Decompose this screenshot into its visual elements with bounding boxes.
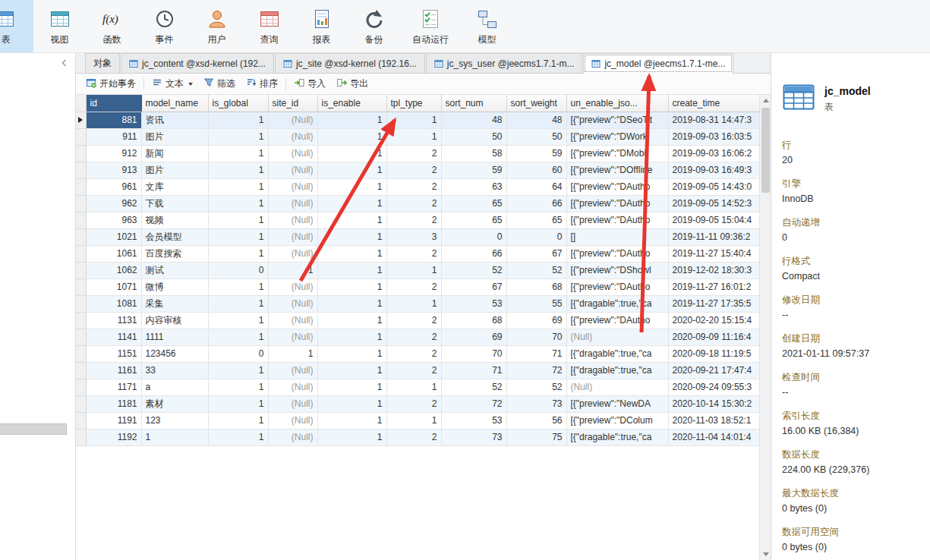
ribbon-button-backup[interactable]: 备份 (348, 0, 400, 52)
grid-cell[interactable]: 1081 (86, 295, 141, 312)
grid-cell[interactable]: 69 (441, 329, 506, 345)
grid-cell[interactable]: 73 (506, 395, 566, 412)
grid-cell[interactable]: (Null) (268, 178, 317, 195)
grid-cell[interactable]: 55 (506, 295, 566, 312)
ribbon-button-events[interactable]: 事件 (138, 0, 191, 52)
grid-cell[interactable]: 64 (506, 178, 566, 195)
table-row[interactable]: 963视频1(Null)126565[{"preview":"DAutho201… (76, 212, 759, 228)
row-selector[interactable] (76, 145, 86, 162)
grid-cell[interactable]: 72 (506, 362, 566, 379)
table-row[interactable]: 1081采集1(Null)115355[{"dragable":true,"ca… (76, 295, 759, 312)
table-row[interactable]: 962下载1(Null)126566[{"preview":"DAutho201… (76, 195, 759, 212)
grid-cell[interactable]: 63 (441, 178, 506, 195)
grid-cell[interactable]: 2019-12-02 18:30:3 (668, 262, 759, 278)
grid-cell[interactable]: 70 (441, 345, 506, 362)
import-button[interactable]: 导入 (288, 75, 331, 93)
row-selector[interactable] (76, 262, 86, 278)
grid-cell[interactable]: 1161 (86, 362, 141, 379)
grid-cell[interactable]: 1 (208, 228, 268, 245)
left-pane-scrollbar[interactable] (0, 423, 67, 435)
grid-cell[interactable]: 内容审核 (141, 312, 208, 329)
grid-cell[interactable]: 0 (208, 345, 268, 362)
grid-cell[interactable]: (Null) (268, 362, 317, 379)
grid-cell[interactable]: 1 (268, 262, 317, 278)
grid-cell[interactable]: 1 (317, 112, 386, 128)
table-row[interactable]: 1021会员模型1(Null)1300[]2019-11-11 09:36:2 (76, 228, 759, 245)
grid-cell[interactable]: 1 (317, 162, 386, 178)
grid-cell[interactable]: 2 (386, 345, 441, 362)
grid-corner-cell[interactable] (76, 95, 86, 112)
row-selector[interactable] (76, 195, 86, 212)
tab-objects[interactable]: 对象 (85, 53, 120, 73)
grid-cell[interactable]: (Null) (566, 379, 668, 395)
grid-cell[interactable]: 2020-09-24 09:55:3 (668, 379, 759, 395)
scroll-up-button[interactable] (760, 95, 771, 106)
text-mode-button[interactable]: 文本 (147, 75, 198, 93)
grid-cell[interactable]: 1 (208, 195, 268, 212)
table-row[interactable]: 1181素材1(Null)127273[{"preview":"NewDA202… (76, 395, 759, 412)
grid-cell[interactable]: 2019-11-27 15:40:4 (668, 245, 759, 262)
row-selector[interactable] (76, 412, 86, 429)
grid-cell[interactable]: 1 (141, 429, 208, 445)
grid-cell[interactable]: 66 (506, 195, 566, 212)
grid-cell[interactable]: 881 (86, 112, 141, 128)
grid-cell[interactable]: 1 (317, 345, 386, 362)
grid-cell[interactable]: 56 (506, 412, 566, 429)
grid-cell[interactable]: 2 (386, 162, 441, 178)
grid-cell[interactable]: 2020-10-14 15:30:2 (668, 395, 759, 412)
grid-cell[interactable]: 50 (441, 128, 506, 145)
grid-cell[interactable]: [{"dragable":true,"ca (566, 362, 668, 379)
table-row[interactable]: 913图片1(Null)125960[{"preview":"DOffline2… (76, 162, 759, 178)
grid-cell[interactable]: [{"preview":"DAutho (566, 212, 668, 228)
row-selector[interactable] (76, 362, 86, 379)
table-row[interactable]: 1071微博1(Null)126768[{"preview":"DAutho20… (76, 278, 759, 295)
grid-cell[interactable]: 60 (506, 162, 566, 178)
grid-cell[interactable]: [{"preview":"DColum (566, 412, 668, 429)
grid-cell[interactable]: 2020-09-18 11:19:5 (668, 345, 759, 362)
table-row[interactable]: 912新闻1(Null)125859[{"preview":"DMobil201… (76, 145, 759, 162)
grid-cell[interactable]: 70 (506, 329, 566, 345)
table-row[interactable]: 1061百度搜索1(Null)126667[{"preview":"DAutho… (76, 245, 759, 262)
grid-cell[interactable]: 67 (506, 245, 566, 262)
grid-cell[interactable]: 1 (317, 178, 386, 195)
row-selector[interactable] (76, 245, 86, 262)
grid-cell[interactable]: (Null) (268, 429, 317, 445)
grid-cell[interactable]: 2 (386, 212, 441, 228)
grid-cell[interactable]: 1 (208, 112, 268, 128)
grid-cell[interactable]: [{"preview":"DAutho (566, 278, 668, 295)
pane-collapse-icon[interactable] (60, 58, 69, 70)
grid-cell[interactable]: 1 (386, 295, 441, 312)
row-selector[interactable] (76, 329, 86, 345)
grid-cell[interactable]: (Null) (268, 112, 317, 128)
grid-cell[interactable]: (Null) (268, 278, 317, 295)
grid-cell[interactable]: 2 (386, 195, 441, 212)
grid-cell[interactable]: 1191 (86, 412, 141, 429)
grid-cell[interactable]: 1 (386, 262, 441, 278)
ribbon-button-query[interactable]: 查询 (243, 0, 295, 52)
grid-cell[interactable]: 33 (141, 362, 208, 379)
grid-cell[interactable]: 1 (268, 345, 317, 362)
grid-cell[interactable]: (Null) (268, 329, 317, 345)
grid-cell[interactable]: [{"dragable":true,"ca (566, 295, 668, 312)
grid-cell[interactable]: 59 (506, 145, 566, 162)
grid-cell[interactable]: 1 (386, 128, 441, 145)
grid-cell[interactable]: a (141, 379, 208, 395)
table-row[interactable]: 115112345601127071[{"dragable":true,"ca2… (76, 345, 759, 362)
grid-cell[interactable]: 文库 (141, 178, 208, 195)
grid-cell[interactable]: 75 (506, 429, 566, 445)
grid-cell[interactable]: [{"preview":"DAutho (566, 195, 668, 212)
ribbon-button-users[interactable]: 用户 (191, 0, 243, 52)
grid-cell[interactable]: 2 (386, 362, 441, 379)
sort-button[interactable]: 排序 (241, 75, 283, 93)
grid-cell[interactable]: 1 (208, 379, 268, 395)
column-header-un_enable_jso[interactable]: un_enable_jso... (566, 95, 668, 112)
grid-cell[interactable]: [{"preview":"DAutho (566, 245, 668, 262)
grid-cell[interactable]: 68 (441, 312, 506, 329)
grid-cell[interactable]: 65 (506, 212, 566, 228)
table-row[interactable]: 114111111(Null)126970(Null)2020-09-09 11… (76, 329, 759, 345)
grid-cell[interactable]: 1 (317, 395, 386, 412)
grid-cell[interactable]: 0 (208, 262, 268, 278)
grid-cell[interactable]: 963 (86, 212, 141, 228)
grid-cell[interactable]: 1071 (86, 278, 141, 295)
grid-cell[interactable]: 资讯 (141, 112, 208, 128)
